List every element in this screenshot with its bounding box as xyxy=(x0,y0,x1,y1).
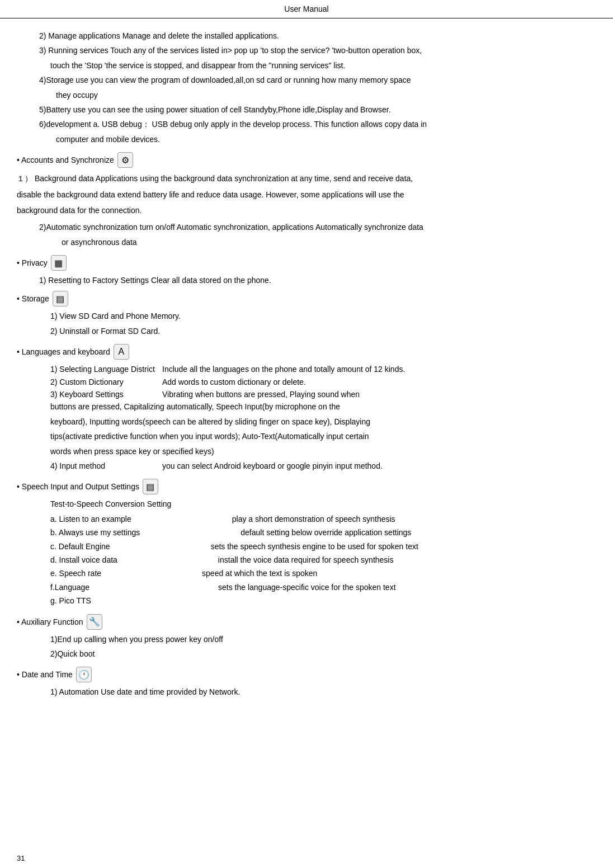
page-content: 2) Manage applications Manage and delete… xyxy=(0,24,613,720)
speech-e: e. Speech rate speed at which the text i… xyxy=(50,567,596,579)
lang-4-desc: you can select Android keyboard or googl… xyxy=(162,460,596,472)
speech-f-desc: sets the language-specific voice for the… xyxy=(218,581,596,593)
lang-4-label: 4) Input method xyxy=(50,460,162,472)
storage-use-1: 4)Storage use you can view the program o… xyxy=(39,74,596,86)
lang-3-desc: Vibrating when buttons are pressed, Play… xyxy=(162,388,596,400)
speech-c-label: c. Default Engine xyxy=(50,540,110,553)
privacy-title: • Privacy ▦ xyxy=(17,255,596,271)
languages-section: • Languages and keyboard A 1) Selecting … xyxy=(17,344,596,472)
speech-sub: Test-to-Speech Conversion Setting xyxy=(50,498,596,510)
background-data-3: background data for the connection. xyxy=(17,204,596,216)
datetime-section: • Date and Time 🕐 1) Automation Use date… xyxy=(17,667,596,698)
auxiliary-1: 1)End up calling when you press power ke… xyxy=(50,633,596,645)
lang-3-cont-3: tips(activate predictive function when y… xyxy=(50,430,596,442)
speech-g-label: g. Pico TTS xyxy=(50,596,91,605)
accounts-title: • Accounts and Synchronize ⚙ xyxy=(17,152,596,168)
privacy-icon: ▦ xyxy=(51,255,67,271)
datetime-1: 1) Automation Use date and time provided… xyxy=(50,686,596,698)
header-title: User Manual xyxy=(284,4,328,13)
storage-2: 2) Uninstall or Format SD Card. xyxy=(50,325,596,337)
storage-label: • Storage xyxy=(17,294,49,303)
lang-1: 1) Selecting Language District Include a… xyxy=(50,363,596,375)
manage-apps: 2) Manage applications Manage and delete… xyxy=(39,30,596,42)
languages-label: • Languages and keyboard xyxy=(17,347,110,356)
speech-a-desc: play a short demonstration of speech syn… xyxy=(232,513,596,525)
speech-f-label: f.Language xyxy=(50,581,117,593)
accounts-label: • Accounts and Synchronize xyxy=(17,155,114,164)
auto-sync-2: or asynchronous data xyxy=(62,236,596,248)
development-1: 6)development a. USB debug： USB debug on… xyxy=(39,118,596,130)
speech-c-desc: sets the speech synthesis engine to be u… xyxy=(211,540,596,553)
speech-label: • Speech Input and Output Settings xyxy=(17,482,139,491)
reset-factory: 1) Resetting to Factory Settings Clear a… xyxy=(39,274,596,286)
datetime-title: • Date and Time 🕐 xyxy=(17,667,596,682)
speech-e-label: e. Speech rate xyxy=(50,567,101,579)
development-2: computer and mobile devices. xyxy=(56,133,596,145)
running-services-1: 3) Running services Touch any of the ser… xyxy=(39,44,596,56)
storage-use-2: they occupy xyxy=(56,89,596,101)
datetime-label: • Date and Time xyxy=(17,670,73,679)
storage-title: • Storage ▤ xyxy=(17,291,596,306)
speech-e-desc: speed at which the text is spoken xyxy=(202,567,596,579)
auxiliary-label: • Auxiliary Function xyxy=(17,617,83,626)
speech-a: a. Listen to an example play a short dem… xyxy=(50,513,596,525)
speech-b-label: b. Always use my settings xyxy=(50,526,140,539)
speech-d: d. Install voice data install the voice … xyxy=(50,554,596,566)
speech-title: • Speech Input and Output Settings ▤ xyxy=(17,479,596,494)
speech-b: b. Always use my settings default settin… xyxy=(50,526,596,539)
page-header: User Manual xyxy=(0,0,613,18)
languages-icon: A xyxy=(114,344,129,360)
accounts-icon: ⚙ xyxy=(117,152,133,168)
lang-2-desc: Add words to custom dictionary or delete… xyxy=(162,376,596,388)
lang-2: 2) Custom Dictionary Add words to custom… xyxy=(50,376,596,388)
auxiliary-title: • Auxiliary Function 🔧 xyxy=(17,614,596,630)
speech-icon: ▤ xyxy=(143,479,158,494)
speech-f: f.Language sets the language-specific vo… xyxy=(50,581,596,593)
auxiliary-section: • Auxiliary Function 🔧 1)End up calling … xyxy=(17,614,596,661)
lang-3-cont-1: buttons are pressed, Capitalizing automa… xyxy=(50,400,596,413)
lang-3-label: 3) Keyboard Settings xyxy=(50,388,162,400)
privacy-label: • Privacy xyxy=(17,258,48,267)
speech-a-label: a. Listen to an example xyxy=(50,513,131,525)
speech-b-desc: default setting below override applicati… xyxy=(241,526,596,539)
lang-1-label: 1) Selecting Language District xyxy=(50,363,162,375)
lang-3-cont-4: words when press space key or specified … xyxy=(50,445,596,457)
lang-4: 4) Input method you can select Android k… xyxy=(50,460,596,472)
background-data-1: １） Background data Applications using th… xyxy=(17,172,596,185)
accounts-section: • Accounts and Synchronize ⚙ xyxy=(17,152,596,168)
auxiliary-2: 2)Quick boot xyxy=(50,648,596,660)
lang-3-cont-2: keyboard), Inputting words(speech can be… xyxy=(50,416,596,428)
auto-sync: 2)Automatic synchronization turn on/off … xyxy=(39,221,596,233)
storage-1: 1) View SD Card and Phone Memory. xyxy=(50,310,596,322)
languages-title: • Languages and keyboard A xyxy=(17,344,596,360)
storage-icon: ▤ xyxy=(53,291,68,306)
lang-1-desc: Include all the languages on the phone a… xyxy=(162,363,596,375)
speech-d-label: d. Install voice data xyxy=(50,554,117,566)
lang-3: 3) Keyboard Settings Vibrating when butt… xyxy=(50,388,596,400)
running-services-2: touch the 'Stop 'the service is stopped,… xyxy=(50,59,596,72)
privacy-section: • Privacy ▦ 1) Resetting to Factory Sett… xyxy=(17,255,596,286)
background-data-2: disable the background data extend batte… xyxy=(17,188,596,201)
lang-2-label: 2) Custom Dictionary xyxy=(50,376,162,388)
speech-c: c. Default Engine sets the speech synthe… xyxy=(50,540,596,553)
speech-d-desc: install the voice data required for spee… xyxy=(218,554,596,566)
auxiliary-icon: 🔧 xyxy=(87,614,102,630)
battery-use: 5)Battery use you can see the using powe… xyxy=(39,103,596,116)
datetime-icon: 🕐 xyxy=(76,667,92,682)
speech-g: g. Pico TTS xyxy=(50,595,596,607)
speech-section: • Speech Input and Output Settings ▤ Tes… xyxy=(17,479,596,607)
page-number: 31 xyxy=(17,854,25,862)
storage-section: • Storage ▤ 1) View SD Card and Phone Me… xyxy=(17,291,596,337)
